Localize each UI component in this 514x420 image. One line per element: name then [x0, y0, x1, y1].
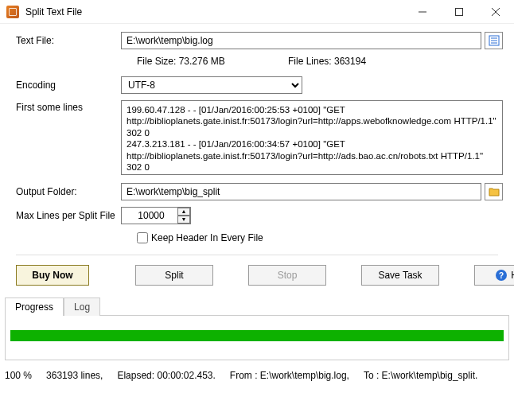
file-lines-label: File Lines: 363194 [288, 56, 366, 67]
status-lines: 363193 lines, [46, 370, 103, 381]
tab-log[interactable]: Log [64, 298, 100, 316]
encoding-label: Encoding [11, 80, 121, 91]
buy-now-button[interactable]: Buy Now [16, 265, 89, 286]
status-to: To : E:\work\temp\big_split. [364, 370, 477, 381]
output-folder-input[interactable] [121, 183, 481, 200]
browse-output-folder-button[interactable] [485, 183, 503, 200]
max-lines-up-button[interactable]: ▲ [177, 208, 190, 216]
help-icon: ? [496, 270, 507, 281]
tab-progress[interactable]: Progress [5, 298, 64, 316]
minimize-button[interactable] [404, 0, 441, 24]
save-task-button[interactable]: Save Task [361, 265, 439, 286]
split-button[interactable]: Split [135, 265, 213, 286]
maximize-button[interactable] [441, 0, 477, 24]
status-elapsed: Elapsed: 00:00:02.453. [117, 370, 215, 381]
svg-rect-1 [456, 8, 463, 15]
browse-text-file-button[interactable] [485, 32, 503, 49]
encoding-select[interactable]: UTF-8 [121, 76, 302, 94]
stop-button[interactable]: Stop [248, 265, 326, 286]
max-lines-label: Max Lines per Split File [11, 210, 121, 221]
keep-header-checkbox[interactable] [137, 232, 148, 243]
tab-body [5, 316, 509, 360]
text-file-label: Text File: [11, 35, 121, 46]
folder-icon [489, 187, 500, 196]
file-size-label: File Size: 73.276 MB [137, 56, 288, 67]
window-title: Split Text File [25, 6, 404, 18]
close-button[interactable] [477, 0, 514, 24]
divider [16, 255, 498, 255]
first-lines-label: First some lines [11, 100, 121, 113]
max-lines-down-button[interactable]: ▼ [177, 216, 190, 224]
document-icon [489, 35, 500, 46]
keep-header-label: Keep Header In Every File [151, 232, 263, 243]
output-folder-label: Output Folder: [11, 186, 121, 197]
preview-textarea[interactable]: 199.60.47.128 - - [01/Jan/2016:00:25:53 … [121, 100, 503, 175]
status-percent: 100 % [5, 370, 32, 381]
status-from: From : E:\work\temp\big.log, [230, 370, 349, 381]
help-button[interactable]: ? Help [474, 265, 514, 286]
text-file-input[interactable] [121, 32, 481, 49]
progress-bar [10, 330, 504, 341]
status-bar: 100 % 363193 lines, Elapsed: 00:00:02.45… [0, 365, 514, 386]
app-icon [6, 6, 19, 18]
titlebar: Split Text File [0, 0, 514, 24]
